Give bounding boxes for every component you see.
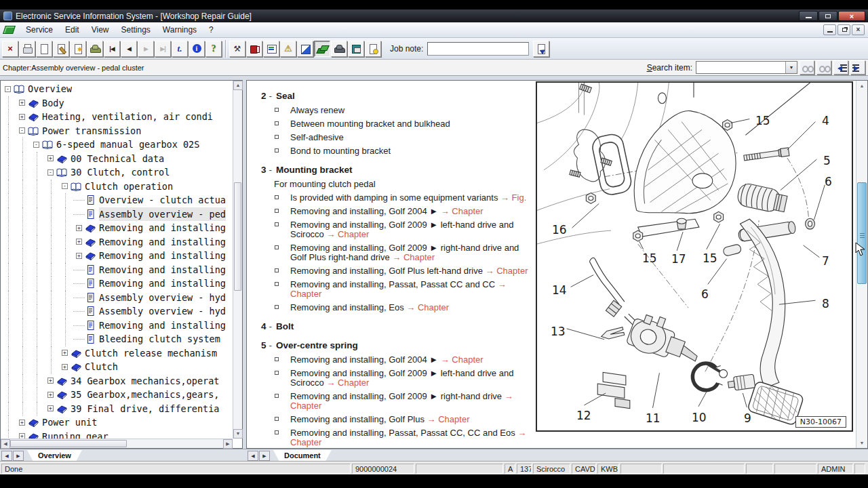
go-first-button[interactable]: |◀ bbox=[104, 41, 120, 57]
tab-scroll-left-icon[interactable]: ◀ bbox=[248, 451, 258, 461]
new-note-button[interactable] bbox=[70, 41, 86, 57]
tab-scroll-right-icon[interactable]: ▶ bbox=[13, 451, 24, 461]
menu-item-?[interactable]: ? bbox=[203, 23, 220, 37]
tree-expander[interactable]: + bbox=[62, 350, 68, 356]
tab-scroll-right-icon[interactable]: ▶ bbox=[259, 451, 270, 461]
tree-item[interactable]: Removing and installing bbox=[2, 263, 233, 277]
go-last-button[interactable]: ▶| bbox=[155, 41, 171, 57]
chapter-link[interactable]: → Chapter bbox=[486, 266, 528, 276]
search-combobox[interactable]: ▼ bbox=[696, 61, 797, 74]
tree-expander[interactable]: - bbox=[33, 142, 39, 148]
hints-button[interactable] bbox=[365, 41, 381, 57]
tree-expander[interactable]: + bbox=[62, 364, 68, 370]
service-history-button[interactable] bbox=[348, 41, 364, 57]
go-previous-button[interactable]: ◀ bbox=[121, 41, 137, 57]
document-scroll-thumb[interactable] bbox=[857, 182, 867, 284]
workshop-tools-button[interactable]: ⚒ bbox=[229, 41, 245, 57]
tree-item[interactable]: +39 Final drive, differentia bbox=[2, 402, 233, 416]
vehicle-data-button[interactable] bbox=[331, 41, 347, 57]
tree-item[interactable]: +00 Technical data bbox=[2, 152, 233, 166]
new-document-button[interactable] bbox=[36, 41, 52, 57]
tree-horizontal-scrollbar[interactable]: ◀ ▶ bbox=[1, 439, 233, 448]
tree-expander[interactable]: - bbox=[19, 127, 25, 134]
search-input[interactable] bbox=[696, 62, 785, 73]
tree-item[interactable]: +Body bbox=[2, 96, 233, 110]
chapter-link[interactable]: → Chapter bbox=[326, 229, 369, 239]
chapter-link[interactable]: → Chapter bbox=[406, 302, 449, 312]
print-button[interactable] bbox=[19, 41, 35, 57]
expand-outline-button[interactable] bbox=[850, 60, 865, 75]
tree-expander[interactable]: + bbox=[47, 155, 54, 161]
tree-expander[interactable]: + bbox=[47, 378, 54, 384]
tree-item[interactable]: -30 Clutch, control bbox=[2, 165, 233, 180]
mdi-close-button[interactable]: × bbox=[852, 24, 865, 35]
window-minimize-button[interactable] bbox=[799, 11, 818, 21]
tab-overview[interactable]: Overview bbox=[27, 450, 82, 462]
chapter-link[interactable]: → Chapter bbox=[392, 252, 435, 262]
tab-document[interactable]: Document bbox=[273, 450, 332, 462]
tree-expander[interactable]: + bbox=[19, 100, 25, 106]
tree-expander[interactable]: + bbox=[47, 405, 54, 411]
document-vertical-scrollbar[interactable]: ▲ ▼ bbox=[856, 81, 867, 448]
menu-item-settings[interactable]: Settings bbox=[115, 23, 157, 37]
chapter-link[interactable]: → Chapter bbox=[441, 354, 484, 365]
chapter-link[interactable]: → Chapter bbox=[441, 206, 484, 216]
window-close-button[interactable]: × bbox=[838, 11, 865, 21]
vehicle-identification-button[interactable] bbox=[87, 41, 103, 57]
search-previous-button[interactable] bbox=[800, 60, 814, 75]
tree-item[interactable]: +Heating, ventilation, air condi bbox=[2, 110, 233, 124]
tree-expander[interactable]: - bbox=[5, 86, 11, 92]
workshop-guide-button[interactable] bbox=[314, 41, 330, 57]
tree-item[interactable]: Removing and installing bbox=[2, 277, 233, 291]
tree-item[interactable]: +Removing and installing bbox=[2, 235, 233, 249]
tree-item[interactable]: Bleeding clutch system bbox=[2, 332, 233, 346]
info-button[interactable]: i bbox=[189, 41, 205, 57]
scroll-up-icon[interactable]: ▲ bbox=[233, 81, 243, 90]
search-dropdown-arrow[interactable]: ▼ bbox=[785, 62, 797, 73]
tree-item[interactable]: Assembly overview - ped bbox=[2, 207, 233, 222]
tree-item[interactable]: +Running gear bbox=[2, 430, 233, 439]
tree-expander[interactable]: + bbox=[76, 225, 82, 231]
warnings-button[interactable]: ⚠ bbox=[280, 41, 296, 57]
job-note-input[interactable] bbox=[427, 42, 529, 56]
chapter-link[interactable]: → Chapter bbox=[427, 414, 470, 424]
tree-hscroll-thumb[interactable] bbox=[10, 440, 127, 447]
repair-manual-button[interactable] bbox=[246, 41, 262, 57]
tree-item[interactable]: +34 Gearbox mechanics,operat bbox=[2, 374, 233, 388]
tree-item[interactable]: +Power unit bbox=[2, 415, 233, 430]
scroll-right-icon[interactable]: ▶ bbox=[223, 439, 233, 449]
edit-document-button[interactable] bbox=[53, 41, 69, 57]
tree-expander[interactable]: + bbox=[19, 114, 25, 120]
menu-item-view[interactable]: View bbox=[85, 23, 115, 37]
tree-item[interactable]: -Power transmission bbox=[2, 124, 233, 138]
scroll-down-icon[interactable]: ▼ bbox=[856, 438, 867, 448]
tree-expander[interactable]: + bbox=[76, 253, 82, 259]
service-plan-button[interactable] bbox=[297, 41, 313, 57]
table-of-contents-button[interactable]: t. bbox=[172, 41, 188, 57]
tree-item[interactable]: -Clutch operation bbox=[2, 180, 233, 194]
tree-scroll-thumb[interactable] bbox=[234, 182, 241, 291]
mdi-minimize-button[interactable] bbox=[823, 24, 836, 35]
tree-item[interactable]: -Overview bbox=[2, 82, 233, 96]
tree-expander[interactable]: + bbox=[19, 433, 25, 439]
mdi-restore-button[interactable] bbox=[837, 24, 850, 35]
tree-expander[interactable]: + bbox=[76, 239, 82, 245]
scroll-left-icon[interactable]: ◀ bbox=[1, 439, 10, 449]
tree-item[interactable]: +35 Gearbox,mechanics,gears, bbox=[2, 388, 233, 402]
menu-item-edit[interactable]: Edit bbox=[59, 23, 85, 37]
tree-expander[interactable]: - bbox=[47, 169, 54, 176]
scroll-up-icon[interactable]: ▲ bbox=[856, 81, 867, 91]
exit-button[interactable]: × bbox=[2, 41, 18, 57]
go-next-button[interactable]: ▶ bbox=[138, 41, 154, 57]
tree-expander[interactable]: + bbox=[19, 420, 25, 426]
tree-item[interactable]: Removing and installing bbox=[2, 319, 233, 333]
tree-item[interactable]: +Removing and installing bbox=[2, 221, 233, 235]
tree-item[interactable]: Assembly overview - hyd bbox=[2, 304, 233, 319]
tree-expander[interactable]: + bbox=[47, 392, 54, 398]
menu-item-service[interactable]: Service bbox=[20, 23, 59, 37]
menu-item-warnings[interactable]: Warnings bbox=[157, 23, 203, 37]
tree-item[interactable]: Overview - clutch actua bbox=[2, 193, 233, 207]
search-next-button[interactable] bbox=[816, 60, 831, 75]
job-note-save-button[interactable] bbox=[533, 41, 549, 57]
tree-item[interactable]: +Removing and installing bbox=[2, 249, 233, 263]
